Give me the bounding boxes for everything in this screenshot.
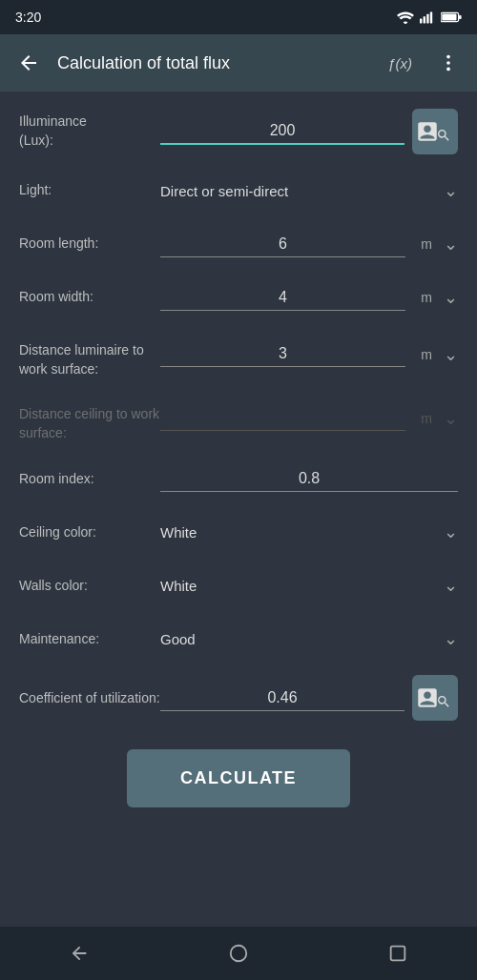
dist-ceiling-input[interactable] xyxy=(160,405,405,431)
dist-ceiling-input-area: m ⌄ xyxy=(160,401,458,431)
room-index-row: Room index: xyxy=(0,452,477,505)
illuminance-label: Illuminance(Lux): xyxy=(19,112,160,150)
room-length-row: Room length: m ⌄ xyxy=(0,217,477,271)
dist-ceiling-unit: m xyxy=(413,411,432,426)
maintenance-label: Maintenance: xyxy=(19,630,160,649)
svg-rect-3 xyxy=(430,11,432,23)
dist-ceiling-label: Distance ceiling to work surface: xyxy=(19,401,160,442)
formula-button[interactable]: ƒ(x) xyxy=(387,55,412,71)
illuminance-input[interactable] xyxy=(160,118,404,145)
ceiling-color-value: White xyxy=(160,521,432,544)
utilization-input-area xyxy=(160,675,458,721)
room-length-dropdown-arrow[interactable]: ⌄ xyxy=(444,234,458,255)
more-menu-button[interactable] xyxy=(431,46,466,80)
light-dropdown-arrow[interactable]: ⌄ xyxy=(444,180,458,201)
room-index-input-area xyxy=(160,466,458,492)
ceiling-color-label: Ceiling color: xyxy=(19,523,160,542)
ceiling-color-row: Ceiling color: White ⌄ xyxy=(0,505,477,559)
dist-luminaire-input[interactable] xyxy=(160,341,405,367)
calculate-button-area: CALCULATE xyxy=(0,730,477,823)
dist-ceiling-input-wrap xyxy=(160,405,405,431)
nav-recents-button[interactable] xyxy=(375,930,421,976)
light-row: Light: Direct or semi-direct ⌄ xyxy=(0,164,477,217)
svg-rect-5 xyxy=(459,15,462,19)
walls-color-dropdown-arrow[interactable]: ⌄ xyxy=(444,575,458,596)
svg-rect-1 xyxy=(424,16,425,23)
nav-back-button[interactable] xyxy=(56,930,102,976)
room-index-label: Room index: xyxy=(19,470,160,489)
walls-color-label: Walls color: xyxy=(19,577,160,596)
utilization-row: Coefficient of utilization: xyxy=(0,665,477,730)
light-input-area: Direct or semi-direct ⌄ xyxy=(160,179,458,203)
walls-color-input-area: White ⌄ xyxy=(160,574,458,598)
dist-luminaire-input-area: m ⌄ xyxy=(160,337,458,367)
room-length-unit: m xyxy=(413,236,432,252)
utilization-lookup-button[interactable] xyxy=(412,675,458,721)
battery-icon xyxy=(441,11,462,23)
room-width-input-wrap xyxy=(160,285,405,311)
room-width-unit: m xyxy=(413,290,432,305)
room-index-input-wrap xyxy=(160,466,458,492)
maintenance-dropdown-arrow[interactable]: ⌄ xyxy=(444,628,458,649)
room-width-dropdown-arrow[interactable]: ⌄ xyxy=(444,287,458,308)
room-width-input[interactable] xyxy=(160,285,405,311)
app-bar: Calculation of total flux ƒ(x) xyxy=(0,34,477,92)
room-length-input-wrap xyxy=(160,232,405,257)
room-index-input[interactable] xyxy=(160,466,458,492)
svg-rect-2 xyxy=(426,14,428,24)
utilization-input-wrap xyxy=(160,685,404,711)
room-length-label: Room length: xyxy=(19,235,160,254)
svg-rect-0 xyxy=(420,19,422,24)
ceiling-color-dropdown-arrow[interactable]: ⌄ xyxy=(444,521,458,542)
nav-bar xyxy=(0,927,477,980)
calculate-button[interactable]: CALCULATE xyxy=(127,749,350,807)
signal-icon xyxy=(420,10,435,24)
ceiling-color-input-area: White ⌄ xyxy=(160,521,458,544)
svg-point-7 xyxy=(446,55,450,59)
room-width-label: Room width: xyxy=(19,288,160,307)
nav-home-button[interactable] xyxy=(216,930,261,976)
svg-point-10 xyxy=(231,946,247,962)
svg-point-8 xyxy=(446,61,450,65)
svg-rect-6 xyxy=(442,14,456,21)
walls-color-value: White xyxy=(160,574,432,598)
dist-luminaire-input-wrap xyxy=(160,341,405,367)
svg-point-9 xyxy=(446,68,450,71)
dist-luminaire-dropdown-arrow[interactable]: ⌄ xyxy=(444,344,458,365)
form-content: Illuminance(Lux): Light: Direct or semi-… xyxy=(0,92,477,927)
maintenance-value: Good xyxy=(160,627,432,651)
illuminance-input-wrap xyxy=(160,118,404,145)
room-width-input-area: m ⌄ xyxy=(160,285,458,311)
maintenance-row: Maintenance: Good ⌄ xyxy=(0,612,477,665)
illuminance-lookup-button[interactable] xyxy=(412,109,458,154)
room-length-input[interactable] xyxy=(160,232,405,257)
utilization-label: Coefficient of utilization: xyxy=(19,689,160,708)
dist-ceiling-dropdown-arrow[interactable]: ⌄ xyxy=(444,408,458,429)
illuminance-input-area xyxy=(160,109,458,154)
room-length-input-area: m ⌄ xyxy=(160,232,458,257)
walls-color-row: Walls color: White ⌄ xyxy=(0,559,477,612)
app-bar-title: Calculation of total flux xyxy=(57,53,376,73)
maintenance-input-area: Good ⌄ xyxy=(160,627,458,651)
illuminance-row: Illuminance(Lux): xyxy=(0,99,477,164)
back-button[interactable] xyxy=(11,46,46,80)
svg-rect-11 xyxy=(390,947,404,961)
status-time: 3:20 xyxy=(15,10,41,25)
status-bar: 3:20 xyxy=(0,0,477,34)
dist-luminaire-row: Distance luminaire to work surface: m ⌄ xyxy=(0,324,477,388)
wifi-icon xyxy=(397,10,414,24)
status-icons xyxy=(397,10,462,24)
utilization-input[interactable] xyxy=(160,685,404,711)
light-label: Light: xyxy=(19,181,160,200)
light-value: Direct or semi-direct xyxy=(160,179,432,203)
dist-ceiling-row: Distance ceiling to work surface: m ⌄ xyxy=(0,388,477,452)
dist-luminaire-unit: m xyxy=(413,347,432,362)
dist-luminaire-label: Distance luminaire to work surface: xyxy=(19,337,160,378)
room-width-row: Room width: m ⌄ xyxy=(0,271,477,324)
